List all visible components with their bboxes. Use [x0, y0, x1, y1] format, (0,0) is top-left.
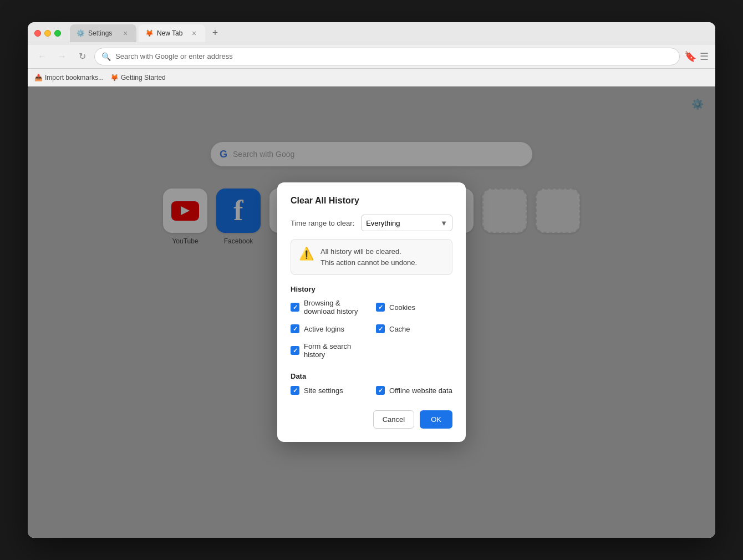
chevron-down-icon: ▼ — [440, 219, 447, 227]
firefox-icon: 🦊 — [145, 29, 154, 37]
forward-button[interactable]: → — [54, 49, 70, 64]
checkbox-row-site-settings: Site settings — [291, 386, 367, 395]
checkbox-row-offline-data: Offline website data — [376, 386, 452, 395]
modal-overlay: Clear All History Time range to clear: E… — [28, 86, 715, 538]
nav-right: 🔖 ☰ — [684, 50, 709, 63]
warning-text: All history will be cleared. This action… — [320, 246, 417, 268]
browser-window: ⚙️ Settings × 🦊 New Tab × + ← → ↻ 🔍 Sear… — [28, 22, 715, 538]
checkbox-form-search-label: Form & search history — [304, 342, 367, 359]
data-section-title: Data — [291, 372, 452, 380]
checkbox-row-form-search: Form & search history — [291, 342, 367, 359]
checkbox-offline-data-label: Offline website data — [389, 386, 452, 395]
bookmark-getting-started[interactable]: 🦊 Getting Started — [110, 74, 166, 82]
maximize-button[interactable] — [54, 30, 61, 37]
reload-button[interactable]: ↻ — [74, 49, 90, 64]
tab-settings[interactable]: ⚙️ Settings × — [70, 24, 136, 42]
tab-new-tab-close[interactable]: × — [190, 29, 199, 38]
time-range-value: Everything — [366, 219, 400, 227]
checkbox-active-logins[interactable] — [291, 324, 299, 333]
menu-icon[interactable]: ☰ — [700, 50, 709, 63]
checkbox-row-cache: Cache — [376, 324, 452, 333]
close-button[interactable] — [34, 30, 41, 37]
checkbox-site-settings-label: Site settings — [304, 386, 343, 395]
tab-new-tab-label: New Tab — [157, 29, 186, 37]
bookmarks-bar: 📥 Import bookmarks... 🦊 Getting Started — [28, 69, 715, 86]
checkbox-row-cookies: Cookies — [376, 299, 452, 315]
settings-icon: ⚙️ — [77, 29, 85, 37]
clear-history-modal: Clear All History Time range to clear: E… — [277, 182, 466, 442]
modal-title: Clear All History — [291, 196, 452, 206]
checkbox-cache[interactable] — [376, 324, 385, 333]
checkbox-site-settings[interactable] — [291, 386, 299, 395]
address-bar[interactable]: 🔍 Search with Google or enter address — [94, 48, 680, 65]
warning-line2: This action cannot be undone. — [320, 257, 417, 268]
checkbox-row-browsing: Browsing & download history — [291, 299, 367, 315]
address-text: Search with Google or enter address — [115, 52, 673, 60]
import-icon: 📥 — [34, 74, 43, 82]
getting-started-icon: 🦊 — [110, 74, 119, 82]
traffic-lights — [34, 30, 61, 37]
history-section-title: History — [291, 285, 452, 293]
bookmark-import[interactable]: 📥 Import bookmarks... — [34, 74, 104, 82]
browser-content: ⚙️ G Search with Goog YouTube f — [28, 86, 715, 538]
ok-button[interactable]: OK — [420, 410, 452, 429]
warning-line1: All history will be cleared. — [320, 246, 417, 257]
minimize-button[interactable] — [44, 30, 51, 37]
nav-bar: ← → ↻ 🔍 Search with Google or enter addr… — [28, 44, 715, 69]
checkbox-row-active-logins: Active logins — [291, 324, 367, 333]
history-checkboxes: Browsing & download history Cookies Acti… — [291, 299, 452, 363]
checkbox-browsing-label: Browsing & download history — [304, 299, 367, 315]
tab-settings-label: Settings — [88, 29, 118, 37]
warning-box: ⚠️ All history will be cleared. This act… — [291, 239, 452, 275]
pocket-icon[interactable]: 🔖 — [684, 50, 696, 63]
tab-new-tab[interactable]: 🦊 New Tab × — [139, 24, 205, 42]
modal-buttons: Cancel OK — [291, 410, 452, 429]
time-range-row: Time range to clear: Everything ▼ — [291, 215, 452, 231]
tab-settings-close[interactable]: × — [121, 29, 130, 38]
checkbox-offline-data[interactable] — [376, 386, 385, 395]
getting-started-label: Getting Started — [121, 74, 166, 82]
new-tab-button[interactable]: + — [207, 26, 223, 41]
import-label: Import bookmarks... — [45, 74, 104, 82]
warning-triangle-icon: ⚠️ — [299, 247, 314, 261]
time-range-select[interactable]: Everything ▼ — [361, 215, 452, 231]
checkbox-cookies-label: Cookies — [389, 303, 415, 312]
checkbox-active-logins-label: Active logins — [304, 325, 344, 333]
time-range-label: Time range to clear: — [291, 219, 354, 227]
checkbox-cookies[interactable] — [376, 303, 385, 312]
tabs-container: ⚙️ Settings × 🦊 New Tab × + — [70, 24, 709, 42]
checkbox-form-search[interactable] — [291, 346, 299, 355]
checkbox-cache-label: Cache — [389, 325, 410, 333]
data-checkboxes: Site settings Offline website data — [291, 386, 452, 399]
title-bar: ⚙️ Settings × 🦊 New Tab × + — [28, 22, 715, 44]
checkbox-browsing[interactable] — [291, 303, 299, 312]
search-icon: 🔍 — [101, 52, 111, 61]
back-button[interactable]: ← — [34, 49, 50, 64]
cancel-button[interactable]: Cancel — [373, 410, 414, 429]
